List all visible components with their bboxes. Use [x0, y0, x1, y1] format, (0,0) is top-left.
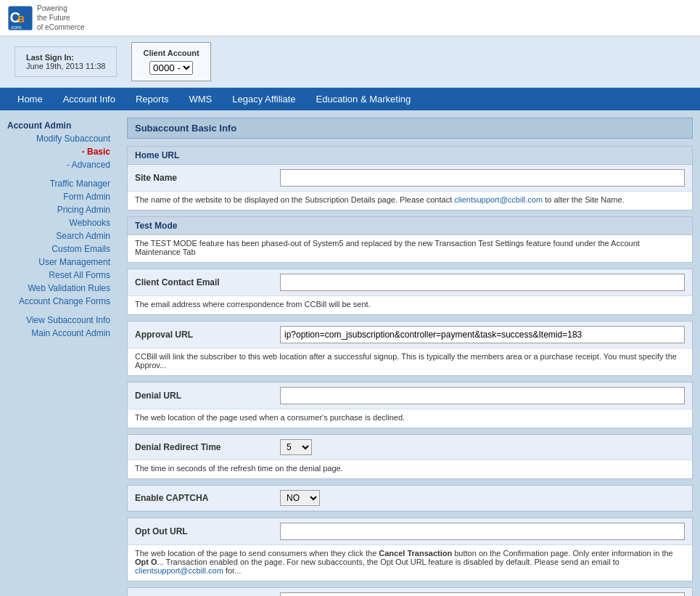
- sidebar-item-basic[interactable]: - Basic: [4, 145, 116, 158]
- tour-url-row: Tour URL: [128, 588, 692, 596]
- test-mode-header: Test Mode: [128, 217, 692, 235]
- approval-url-input[interactable]: [280, 326, 685, 343]
- test-mode-help: The TEST MODE feature has been phased-ou…: [128, 235, 692, 262]
- sidebar-item-advanced[interactable]: - Advanced: [4, 158, 116, 171]
- sidebar-item-traffic-manager[interactable]: Traffic Manager: [4, 177, 116, 190]
- site-name-row: Site Name: [128, 165, 692, 192]
- client-contact-email-row: Client Contact Email: [128, 269, 692, 296]
- navbar: Home Account Info Reports WMS Legacy Aff…: [0, 88, 700, 110]
- client-contact-email-label: Client Contact Email: [135, 277, 280, 287]
- sidebar-item-modify-subaccount[interactable]: Modify Subaccount: [4, 132, 116, 145]
- sidebar-item-account-change-forms[interactable]: Account Change Forms: [4, 295, 116, 308]
- sidebar-section-title: Account Admin: [4, 118, 116, 132]
- nav-account-info[interactable]: Account Info: [53, 88, 125, 110]
- test-mode-section: Test Mode The TEST MODE feature has been…: [127, 216, 693, 263]
- main-layout: Account Admin Modify Subaccount - Basic …: [0, 110, 700, 596]
- nav-home[interactable]: Home: [7, 88, 53, 110]
- client-contact-email-input[interactable]: [280, 274, 685, 291]
- site-name-input[interactable]: [280, 169, 685, 187]
- denial-url-label: Denial URL: [135, 391, 280, 401]
- approval-url-label: Approval URL: [135, 330, 280, 340]
- cancel-transaction-bold: Cancel Transaction: [379, 549, 452, 558]
- client-account-label: Client Account: [143, 49, 199, 57]
- approval-url-section: Approval URL CCBill will link the subscr…: [127, 321, 693, 376]
- logo-tagline: Powering the Future of eCommerce: [37, 4, 85, 32]
- sidebar-item-pricing-admin[interactable]: Pricing Admin: [4, 203, 116, 216]
- svg-text:B: B: [17, 14, 24, 25]
- captcha-select[interactable]: NO YES: [280, 490, 320, 506]
- last-signin-label: Last Sign In:: [26, 53, 105, 62]
- denial-url-help: The web location of the page used when a…: [128, 409, 692, 428]
- captcha-label: Enable CAPTCHA: [135, 493, 280, 503]
- logo-area: C B .com. Powering the Future of eCommer…: [7, 4, 85, 32]
- sidebar-item-custom-emails[interactable]: Custom Emails: [4, 242, 116, 256]
- header: C B .com. Powering the Future of eCommer…: [0, 0, 700, 36]
- captcha-section: Enable CAPTCHA NO YES: [127, 485, 693, 512]
- tour-url-section: Tour URL The web location of the tour or…: [127, 587, 693, 596]
- opt-out-bold: Opt O: [135, 558, 157, 566]
- opt-out-url-row: Opt Out URL: [128, 518, 692, 545]
- sidebar: Account Admin Modify Subaccount - Basic …: [0, 110, 120, 596]
- client-bar: Last Sign In: June 19th, 2013 11:38 Clie…: [0, 36, 700, 88]
- client-account-select[interactable]: 0000 -: [149, 61, 193, 75]
- sidebar-item-view-subaccount-info[interactable]: View Subaccount Info: [4, 314, 116, 327]
- site-name-label: Site Name: [135, 173, 280, 183]
- sidebar-item-user-management[interactable]: User Management: [4, 256, 116, 269]
- opt-out-url-section: Opt Out URL The web location of the page…: [127, 518, 693, 581]
- approval-url-row: Approval URL: [128, 322, 692, 348]
- clientsupport-link-1[interactable]: clientsupport@ccbill.com: [454, 195, 543, 204]
- nav-wms[interactable]: WMS: [179, 88, 223, 110]
- home-url-section: Home URL Site Name The name of the websi…: [127, 146, 693, 211]
- denial-redirect-time-label: Denial Redirect Time: [135, 442, 280, 452]
- opt-out-url-help: The web location of the page to send con…: [128, 545, 692, 581]
- page-title: Subaccount Basic Info: [127, 118, 693, 139]
- tour-url-input[interactable]: [280, 592, 685, 596]
- nav-reports[interactable]: Reports: [125, 88, 179, 110]
- nav-education-marketing[interactable]: Education & Marketing: [306, 88, 421, 110]
- clientsupport-link-2[interactable]: clientsupport@ccbill.com: [135, 566, 223, 575]
- captcha-row: Enable CAPTCHA NO YES: [128, 486, 692, 511]
- denial-redirect-time-row: Denial Redirect Time 5 10 15 30: [128, 435, 692, 460]
- sidebar-item-form-admin[interactable]: Form Admin: [4, 190, 116, 203]
- client-contact-email-help: The email address where correspondence f…: [128, 296, 692, 314]
- denial-url-row: Denial URL: [128, 383, 692, 409]
- sidebar-item-main-account-admin[interactable]: Main Account Admin: [4, 327, 116, 340]
- client-account-box: Client Account 0000 -: [131, 42, 210, 81]
- logo: C B .com. Powering the Future of eCommer…: [7, 4, 85, 32]
- svg-text:.com.: .com.: [10, 24, 23, 30]
- denial-redirect-time-section: Denial Redirect Time 5 10 15 30 The time…: [127, 434, 693, 479]
- last-signin-date: June 19th, 2013 11:38: [26, 62, 105, 70]
- denial-redirect-time-select[interactable]: 5 10 15 30: [280, 439, 312, 455]
- denial-url-input[interactable]: [280, 387, 685, 404]
- nav-legacy-affiliate[interactable]: Legacy Affiliate: [222, 88, 305, 110]
- approval-url-help: CCBill will link the subscriber to this …: [128, 348, 692, 375]
- opt-out-url-input[interactable]: [280, 523, 685, 540]
- sidebar-item-webhooks[interactable]: Webhooks: [4, 216, 116, 229]
- ccbill-logo-icon: C B .com.: [7, 5, 33, 31]
- denial-redirect-time-help: The time in seconds of the refresh time …: [128, 460, 692, 478]
- site-name-help: The name of the website to be displayed …: [128, 192, 692, 210]
- content-area: Subaccount Basic Info Home URL Site Name…: [120, 110, 700, 596]
- sidebar-item-web-validation-rules[interactable]: Web Validation Rules: [4, 282, 116, 295]
- home-url-header: Home URL: [128, 147, 692, 165]
- sidebar-item-reset-all-forms[interactable]: Reset All Forms: [4, 269, 116, 282]
- opt-out-url-label: Opt Out URL: [135, 526, 280, 536]
- last-signin-box: Last Sign In: June 19th, 2013 11:38: [15, 46, 117, 77]
- denial-url-section: Denial URL The web location of the page …: [127, 382, 693, 428]
- client-contact-section: Client Contact Email The email address w…: [127, 269, 693, 315]
- sidebar-item-search-admin[interactable]: Search Admin: [4, 229, 116, 242]
